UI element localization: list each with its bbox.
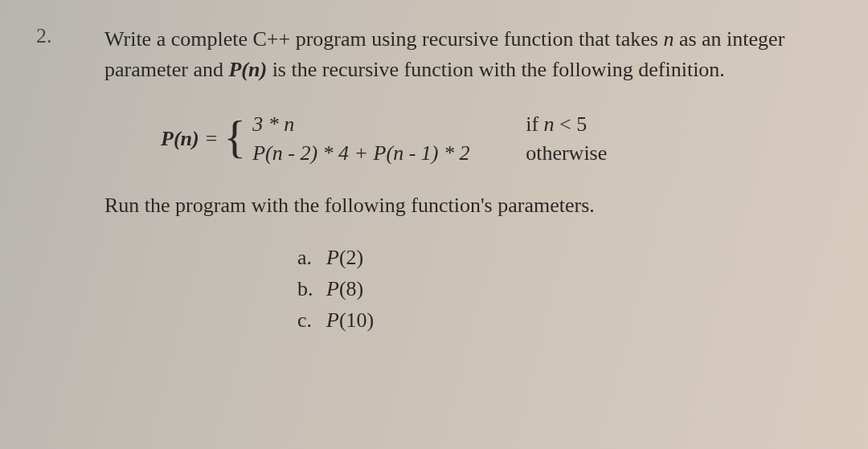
- question-content: Write a complete C++ program using recur…: [104, 24, 812, 336]
- function-p: P: [252, 141, 265, 165]
- formula-definition: P(n) = { 3 * n if n < 5 P(n - 2) * 4 + P…: [161, 112, 812, 165]
- param-c: c. P(10): [297, 304, 812, 336]
- param-b: b. P(8): [297, 273, 812, 304]
- function-p: P: [326, 246, 339, 269]
- question-number: 2.: [36, 24, 52, 48]
- case-1-condition: if n < 5: [526, 112, 587, 137]
- text-segment: < 5: [555, 112, 588, 136]
- text-segment: (n - 1) * 2: [387, 141, 470, 165]
- list-letter: a.: [297, 242, 315, 273]
- text-segment: Write a complete C++ program using recur…: [104, 27, 663, 51]
- formula-lhs: P(n): [161, 127, 199, 151]
- text-segment: (2): [339, 246, 363, 269]
- case-1: 3 * n if n < 5: [252, 112, 607, 137]
- run-instruction: Run the program with the following funct…: [104, 194, 812, 218]
- equals-sign: =: [206, 127, 218, 151]
- case-1-expression: 3 * n: [252, 112, 526, 137]
- parameters-list: a. P(2) b. P(8) c. P(10): [297, 242, 812, 336]
- case-2-expression: P(n - 2) * 4 + P(n - 1) * 2: [252, 141, 526, 165]
- variable-n: n: [544, 112, 555, 136]
- list-letter: b.: [297, 273, 315, 304]
- function-p: P: [326, 308, 339, 332]
- text-segment: (8): [339, 277, 363, 300]
- list-letter: c.: [297, 304, 315, 336]
- brace-icon: {: [223, 119, 246, 156]
- case-2: P(n - 2) * 4 + P(n - 1) * 2 otherwise: [252, 141, 607, 165]
- param-value: P(2): [326, 242, 363, 273]
- function-p: P: [374, 141, 387, 165]
- text-segment: 3 * n: [252, 112, 294, 136]
- variable-n: n: [663, 27, 674, 51]
- param-value: P(10): [326, 304, 374, 336]
- case-2-condition: otherwise: [526, 141, 607, 165]
- param-value: P(8): [326, 273, 363, 304]
- function-pn: P(n): [228, 58, 267, 81]
- text-segment: (n - 2) * 4 +: [265, 141, 374, 165]
- text-segment: if: [526, 112, 543, 136]
- text-segment: is the recursive function with the follo…: [267, 58, 725, 81]
- text-segment: (10): [339, 308, 374, 332]
- problem-statement: Write a complete C++ program using recur…: [104, 24, 812, 84]
- formula-cases: 3 * n if n < 5 P(n - 2) * 4 + P(n - 1) *…: [252, 112, 607, 165]
- function-p: P: [326, 277, 339, 300]
- param-a: a. P(2): [297, 242, 812, 273]
